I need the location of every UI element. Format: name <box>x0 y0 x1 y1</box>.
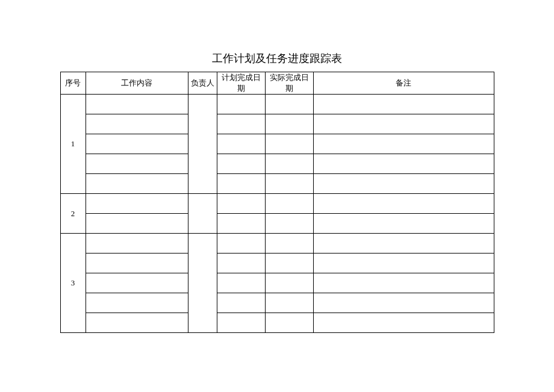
table-row <box>60 273 494 293</box>
content-cell <box>86 313 188 333</box>
plan-date-cell <box>217 114 265 134</box>
table-row: 2 <box>60 194 494 214</box>
remarks-cell <box>313 313 494 333</box>
document-title: 工作计划及任务进度跟踪表 <box>0 51 554 66</box>
remarks-cell <box>313 134 494 154</box>
content-cell <box>86 154 188 174</box>
remarks-cell <box>313 293 494 313</box>
remarks-cell <box>313 154 494 174</box>
table-body: 1 <box>60 95 494 333</box>
person-cell <box>188 194 217 234</box>
seq-cell: 2 <box>60 194 86 234</box>
remarks-cell <box>313 254 494 273</box>
plan-date-cell <box>217 254 265 273</box>
table-row <box>60 254 494 273</box>
table-row: 3 <box>60 234 494 254</box>
header-person: 负责人 <box>188 72 217 95</box>
content-cell <box>86 134 188 154</box>
actual-date-cell <box>265 214 313 234</box>
content-cell <box>86 95 188 114</box>
table-row: 1 <box>60 95 494 114</box>
actual-date-cell <box>265 194 313 214</box>
plan-date-cell <box>217 313 265 333</box>
person-cell <box>188 234 217 333</box>
table-row <box>60 214 494 234</box>
table-row <box>60 174 494 194</box>
actual-date-cell <box>265 273 313 293</box>
table-container: 序号 工作内容 负责人 计划完成日期 实际完成日期 备注 1 <box>0 72 554 333</box>
actual-date-cell <box>265 114 313 134</box>
plan-date-cell <box>217 293 265 313</box>
remarks-cell <box>313 174 494 194</box>
header-remarks: 备注 <box>313 72 494 95</box>
remarks-cell <box>313 273 494 293</box>
content-cell <box>86 293 188 313</box>
content-cell <box>86 214 188 234</box>
content-cell <box>86 273 188 293</box>
person-cell <box>188 95 217 194</box>
actual-date-cell <box>265 134 313 154</box>
actual-date-cell <box>265 154 313 174</box>
remarks-cell <box>313 234 494 254</box>
remarks-cell <box>313 194 494 214</box>
actual-date-cell <box>265 254 313 273</box>
header-content: 工作内容 <box>86 72 188 95</box>
table-row <box>60 134 494 154</box>
actual-date-cell <box>265 95 313 114</box>
plan-date-cell <box>217 154 265 174</box>
remarks-cell <box>313 114 494 134</box>
content-cell <box>86 114 188 134</box>
plan-date-cell <box>217 234 265 254</box>
remarks-cell <box>313 214 494 234</box>
seq-cell: 1 <box>60 95 86 194</box>
header-plan-date: 计划完成日期 <box>217 72 265 95</box>
table-row <box>60 154 494 174</box>
actual-date-cell <box>265 293 313 313</box>
table-header-row: 序号 工作内容 负责人 计划完成日期 实际完成日期 备注 <box>60 72 494 95</box>
plan-date-cell <box>217 273 265 293</box>
plan-date-cell <box>217 95 265 114</box>
plan-date-cell <box>217 214 265 234</box>
content-cell <box>86 194 188 214</box>
header-seq: 序号 <box>60 72 86 95</box>
plan-date-cell <box>217 134 265 154</box>
actual-date-cell <box>265 234 313 254</box>
actual-date-cell <box>265 174 313 194</box>
header-actual-date: 实际完成日期 <box>265 72 313 95</box>
remarks-cell <box>313 95 494 114</box>
content-cell <box>86 254 188 273</box>
seq-cell: 3 <box>60 234 86 333</box>
plan-date-cell <box>217 194 265 214</box>
tracking-table: 序号 工作内容 负责人 计划完成日期 实际完成日期 备注 1 <box>60 72 494 333</box>
table-row <box>60 313 494 333</box>
plan-date-cell <box>217 174 265 194</box>
content-cell <box>86 174 188 194</box>
content-cell <box>86 234 188 254</box>
actual-date-cell <box>265 313 313 333</box>
table-row <box>60 114 494 134</box>
table-row <box>60 293 494 313</box>
